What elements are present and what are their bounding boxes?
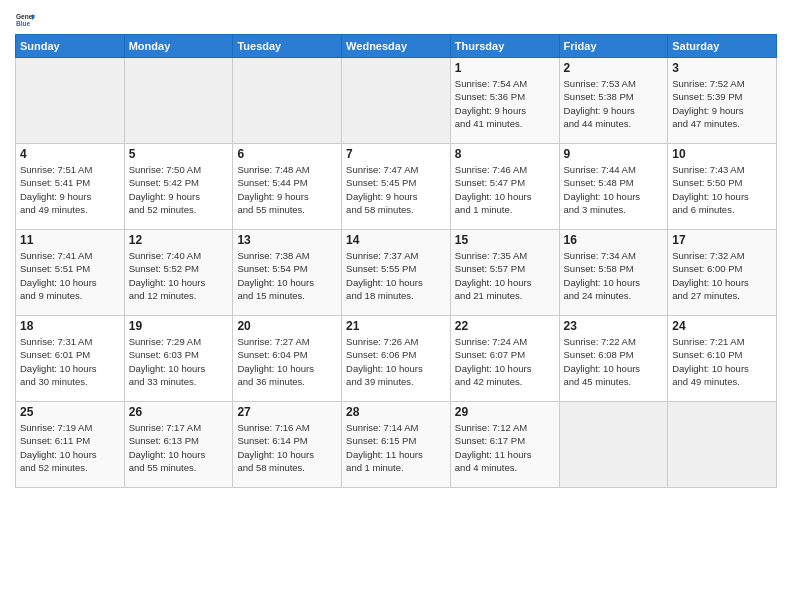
- cell-info: Sunrise: 7:48 AMSunset: 5:44 PMDaylight:…: [237, 163, 337, 216]
- cell-day-number: 29: [455, 405, 555, 419]
- calendar-cell: 27Sunrise: 7:16 AMSunset: 6:14 PMDayligh…: [233, 402, 342, 488]
- cell-info: Sunrise: 7:27 AMSunset: 6:04 PMDaylight:…: [237, 335, 337, 388]
- cell-day-number: 8: [455, 147, 555, 161]
- calendar-cell: 23Sunrise: 7:22 AMSunset: 6:08 PMDayligh…: [559, 316, 668, 402]
- cell-info: Sunrise: 7:47 AMSunset: 5:45 PMDaylight:…: [346, 163, 446, 216]
- cell-info: Sunrise: 7:12 AMSunset: 6:17 PMDaylight:…: [455, 421, 555, 474]
- cell-info: Sunrise: 7:17 AMSunset: 6:13 PMDaylight:…: [129, 421, 229, 474]
- cell-info: Sunrise: 7:50 AMSunset: 5:42 PMDaylight:…: [129, 163, 229, 216]
- cell-info: Sunrise: 7:37 AMSunset: 5:55 PMDaylight:…: [346, 249, 446, 302]
- calendar: SundayMondayTuesdayWednesdayThursdayFrid…: [15, 34, 777, 488]
- weekday-header: Thursday: [450, 35, 559, 58]
- weekday-header: Saturday: [668, 35, 777, 58]
- cell-info: Sunrise: 7:44 AMSunset: 5:48 PMDaylight:…: [564, 163, 664, 216]
- cell-info: Sunrise: 7:35 AMSunset: 5:57 PMDaylight:…: [455, 249, 555, 302]
- calendar-header: SundayMondayTuesdayWednesdayThursdayFrid…: [16, 35, 777, 58]
- cell-day-number: 20: [237, 319, 337, 333]
- cell-day-number: 16: [564, 233, 664, 247]
- calendar-cell: [124, 58, 233, 144]
- cell-info: Sunrise: 7:53 AMSunset: 5:38 PMDaylight:…: [564, 77, 664, 130]
- cell-day-number: 17: [672, 233, 772, 247]
- cell-info: Sunrise: 7:29 AMSunset: 6:03 PMDaylight:…: [129, 335, 229, 388]
- cell-day-number: 23: [564, 319, 664, 333]
- cell-info: Sunrise: 7:26 AMSunset: 6:06 PMDaylight:…: [346, 335, 446, 388]
- calendar-cell: 28Sunrise: 7:14 AMSunset: 6:15 PMDayligh…: [342, 402, 451, 488]
- calendar-cell: 17Sunrise: 7:32 AMSunset: 6:00 PMDayligh…: [668, 230, 777, 316]
- calendar-cell: 9Sunrise: 7:44 AMSunset: 5:48 PMDaylight…: [559, 144, 668, 230]
- cell-day-number: 11: [20, 233, 120, 247]
- calendar-cell: 10Sunrise: 7:43 AMSunset: 5:50 PMDayligh…: [668, 144, 777, 230]
- cell-day-number: 6: [237, 147, 337, 161]
- cell-day-number: 12: [129, 233, 229, 247]
- calendar-cell: 24Sunrise: 7:21 AMSunset: 6:10 PMDayligh…: [668, 316, 777, 402]
- cell-day-number: 5: [129, 147, 229, 161]
- calendar-cell: [559, 402, 668, 488]
- cell-day-number: 22: [455, 319, 555, 333]
- calendar-cell: [233, 58, 342, 144]
- cell-day-number: 7: [346, 147, 446, 161]
- calendar-cell: 1Sunrise: 7:54 AMSunset: 5:36 PMDaylight…: [450, 58, 559, 144]
- logo-icon: General Blue: [15, 10, 35, 30]
- cell-day-number: 25: [20, 405, 120, 419]
- calendar-cell: 4Sunrise: 7:51 AMSunset: 5:41 PMDaylight…: [16, 144, 125, 230]
- cell-day-number: 14: [346, 233, 446, 247]
- calendar-cell: 18Sunrise: 7:31 AMSunset: 6:01 PMDayligh…: [16, 316, 125, 402]
- cell-info: Sunrise: 7:21 AMSunset: 6:10 PMDaylight:…: [672, 335, 772, 388]
- cell-info: Sunrise: 7:52 AMSunset: 5:39 PMDaylight:…: [672, 77, 772, 130]
- logo: General Blue: [15, 10, 39, 30]
- calendar-cell: [16, 58, 125, 144]
- calendar-week: 1Sunrise: 7:54 AMSunset: 5:36 PMDaylight…: [16, 58, 777, 144]
- calendar-cell: 6Sunrise: 7:48 AMSunset: 5:44 PMDaylight…: [233, 144, 342, 230]
- calendar-cell: 15Sunrise: 7:35 AMSunset: 5:57 PMDayligh…: [450, 230, 559, 316]
- calendar-cell: 8Sunrise: 7:46 AMSunset: 5:47 PMDaylight…: [450, 144, 559, 230]
- calendar-week: 11Sunrise: 7:41 AMSunset: 5:51 PMDayligh…: [16, 230, 777, 316]
- cell-day-number: 1: [455, 61, 555, 75]
- calendar-week: 25Sunrise: 7:19 AMSunset: 6:11 PMDayligh…: [16, 402, 777, 488]
- cell-info: Sunrise: 7:32 AMSunset: 6:00 PMDaylight:…: [672, 249, 772, 302]
- calendar-week: 4Sunrise: 7:51 AMSunset: 5:41 PMDaylight…: [16, 144, 777, 230]
- cell-day-number: 3: [672, 61, 772, 75]
- calendar-cell: 19Sunrise: 7:29 AMSunset: 6:03 PMDayligh…: [124, 316, 233, 402]
- calendar-cell: 25Sunrise: 7:19 AMSunset: 6:11 PMDayligh…: [16, 402, 125, 488]
- calendar-cell: 20Sunrise: 7:27 AMSunset: 6:04 PMDayligh…: [233, 316, 342, 402]
- weekday-header: Wednesday: [342, 35, 451, 58]
- cell-info: Sunrise: 7:19 AMSunset: 6:11 PMDaylight:…: [20, 421, 120, 474]
- cell-day-number: 4: [20, 147, 120, 161]
- cell-info: Sunrise: 7:24 AMSunset: 6:07 PMDaylight:…: [455, 335, 555, 388]
- calendar-cell: 13Sunrise: 7:38 AMSunset: 5:54 PMDayligh…: [233, 230, 342, 316]
- cell-info: Sunrise: 7:43 AMSunset: 5:50 PMDaylight:…: [672, 163, 772, 216]
- cell-info: Sunrise: 7:14 AMSunset: 6:15 PMDaylight:…: [346, 421, 446, 474]
- cell-info: Sunrise: 7:40 AMSunset: 5:52 PMDaylight:…: [129, 249, 229, 302]
- cell-info: Sunrise: 7:51 AMSunset: 5:41 PMDaylight:…: [20, 163, 120, 216]
- cell-info: Sunrise: 7:16 AMSunset: 6:14 PMDaylight:…: [237, 421, 337, 474]
- weekday-header: Friday: [559, 35, 668, 58]
- calendar-cell: 2Sunrise: 7:53 AMSunset: 5:38 PMDaylight…: [559, 58, 668, 144]
- calendar-cell: 5Sunrise: 7:50 AMSunset: 5:42 PMDaylight…: [124, 144, 233, 230]
- svg-text:Blue: Blue: [16, 20, 30, 27]
- cell-info: Sunrise: 7:22 AMSunset: 6:08 PMDaylight:…: [564, 335, 664, 388]
- cell-info: Sunrise: 7:34 AMSunset: 5:58 PMDaylight:…: [564, 249, 664, 302]
- weekday-header: Sunday: [16, 35, 125, 58]
- cell-day-number: 21: [346, 319, 446, 333]
- cell-day-number: 24: [672, 319, 772, 333]
- calendar-cell: 7Sunrise: 7:47 AMSunset: 5:45 PMDaylight…: [342, 144, 451, 230]
- weekday-header: Tuesday: [233, 35, 342, 58]
- cell-day-number: 19: [129, 319, 229, 333]
- calendar-cell: [668, 402, 777, 488]
- calendar-cell: 11Sunrise: 7:41 AMSunset: 5:51 PMDayligh…: [16, 230, 125, 316]
- cell-day-number: 28: [346, 405, 446, 419]
- cell-info: Sunrise: 7:38 AMSunset: 5:54 PMDaylight:…: [237, 249, 337, 302]
- cell-info: Sunrise: 7:41 AMSunset: 5:51 PMDaylight:…: [20, 249, 120, 302]
- calendar-cell: 22Sunrise: 7:24 AMSunset: 6:07 PMDayligh…: [450, 316, 559, 402]
- calendar-cell: 3Sunrise: 7:52 AMSunset: 5:39 PMDaylight…: [668, 58, 777, 144]
- cell-info: Sunrise: 7:54 AMSunset: 5:36 PMDaylight:…: [455, 77, 555, 130]
- cell-day-number: 10: [672, 147, 772, 161]
- cell-day-number: 26: [129, 405, 229, 419]
- weekday-header: Monday: [124, 35, 233, 58]
- calendar-cell: [342, 58, 451, 144]
- calendar-body: 1Sunrise: 7:54 AMSunset: 5:36 PMDaylight…: [16, 58, 777, 488]
- cell-info: Sunrise: 7:46 AMSunset: 5:47 PMDaylight:…: [455, 163, 555, 216]
- calendar-cell: 12Sunrise: 7:40 AMSunset: 5:52 PMDayligh…: [124, 230, 233, 316]
- cell-info: Sunrise: 7:31 AMSunset: 6:01 PMDaylight:…: [20, 335, 120, 388]
- cell-day-number: 18: [20, 319, 120, 333]
